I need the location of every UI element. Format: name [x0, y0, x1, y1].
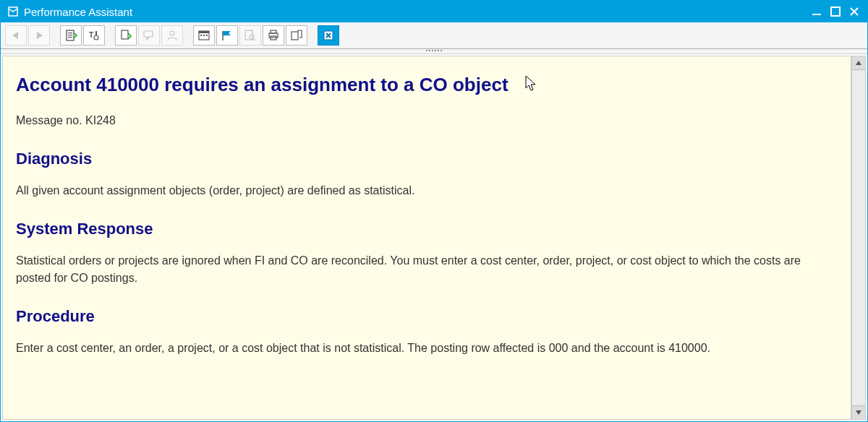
close-help-button[interactable] [318, 25, 339, 46]
svg-rect-10 [122, 30, 128, 39]
svg-rect-1 [812, 14, 821, 15]
user-button[interactable] [161, 25, 183, 46]
procedure-heading: Procedure [16, 304, 838, 328]
app-icon [7, 5, 20, 18]
print-button[interactable] [263, 25, 284, 46]
window-title: Performance Assistant [24, 6, 809, 18]
message-title: Account 410000 requires an assignment to… [16, 71, 838, 99]
svg-rect-14 [199, 31, 209, 33]
svg-point-12 [170, 31, 174, 35]
scroll-up-button[interactable] [852, 56, 865, 70]
close-button[interactable] [847, 5, 861, 18]
diagnosis-heading: Diagnosis [16, 147, 838, 171]
svg-rect-9 [95, 31, 97, 35]
document-button[interactable] [60, 25, 82, 46]
svg-rect-5 [68, 35, 72, 35]
svg-rect-23 [292, 32, 298, 40]
minimize-button[interactable] [809, 5, 824, 18]
procedure-text: Enter a cost center, an order, a project… [16, 340, 838, 357]
search-doc-button[interactable] [239, 25, 261, 46]
chat-button[interactable] [138, 25, 160, 46]
svg-rect-17 [206, 35, 208, 36]
svg-rect-21 [271, 30, 276, 33]
window-controls [809, 5, 861, 18]
diagnosis-text: All given account assignment objects (or… [16, 182, 838, 199]
scroll-down-button[interactable] [852, 405, 865, 419]
performance-assistant-window: Performance Assistant [0, 0, 868, 422]
export-button[interactable] [115, 25, 137, 46]
technical-info-button[interactable]: T [83, 25, 105, 46]
svg-rect-11 [144, 31, 153, 37]
svg-rect-6 [68, 37, 72, 38]
back-button[interactable] [5, 25, 27, 46]
system-response-text: Statistical orders or projects are ignor… [16, 252, 838, 287]
svg-rect-15 [200, 35, 202, 36]
date-button[interactable] [193, 25, 215, 46]
content-area: Account 410000 requires an assignment to… [1, 54, 867, 421]
vertical-scrollbar[interactable] [851, 56, 866, 420]
flag-button[interactable] [216, 25, 238, 46]
svg-rect-16 [203, 35, 205, 36]
toolbar: T [1, 22, 867, 49]
svg-rect-2 [831, 7, 840, 16]
link-button[interactable] [286, 25, 307, 46]
help-content: Account 410000 requires an assignment to… [2, 56, 851, 420]
titlebar: Performance Assistant [1, 1, 867, 22]
svg-text:T: T [89, 31, 93, 39]
message-number: Message no. KI248 [16, 112, 838, 129]
scroll-track[interactable] [852, 70, 865, 405]
svg-rect-4 [68, 33, 72, 33]
maximize-button[interactable] [828, 5, 843, 18]
forward-button[interactable] [28, 25, 50, 46]
grip-handle[interactable] [1, 49, 867, 54]
system-response-heading: System Response [16, 217, 838, 241]
svg-point-8 [94, 35, 98, 40]
